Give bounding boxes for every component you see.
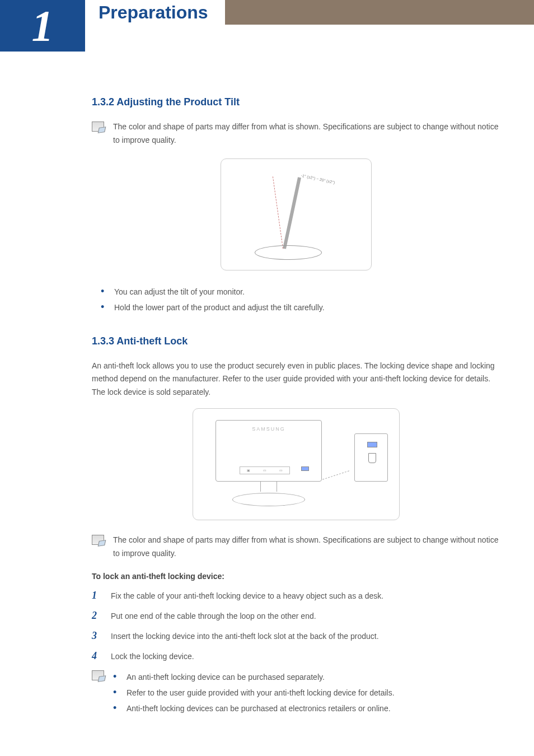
chapter-number-box: 1 xyxy=(0,0,85,52)
chapter-title: Preparations xyxy=(99,2,208,23)
lock-steps: 1Fix the cable of your anti-theft lockin… xyxy=(92,585,500,666)
note-block: The color and shape of parts may differ … xyxy=(92,120,500,147)
chapter-title-bar: Preparations xyxy=(85,0,534,25)
list-item: Refer to the user guide provided with yo… xyxy=(127,685,395,701)
list-item: An anti-theft locking device can be purc… xyxy=(127,669,395,685)
section-heading-lock: 1.3.3 Anti-theft Lock xyxy=(92,335,500,347)
list-item: 4Lock the locking device. xyxy=(92,646,500,666)
list-item: 1Fix the cable of your anti-theft lockin… xyxy=(92,585,500,605)
list-item: 2Put one end of the cable through the lo… xyxy=(92,605,500,626)
lock-tips: An anti-theft locking device can be purc… xyxy=(113,669,395,716)
tilt-angle-label: -1° (±2°) ~ 20° (±2°) xyxy=(301,173,335,184)
page-content: 1.3.2 Adjusting the Product Tilt The col… xyxy=(0,52,534,756)
tilt-bullets: You can adjust the tilt of your monitor.… xyxy=(92,284,500,315)
lock-subhead: To lock an anti-theft locking device: xyxy=(92,572,500,581)
note-icon xyxy=(92,670,104,680)
note-text: The color and shape of parts may differ … xyxy=(113,534,500,561)
list-item: Hold the lower part of the product and a… xyxy=(114,300,500,315)
list-item: 3Insert the locking device into the anti… xyxy=(92,626,500,646)
chapter-number: 1 xyxy=(32,4,54,48)
section-heading-tilt: 1.3.2 Adjusting the Product Tilt xyxy=(92,96,500,108)
figure-tilt: -1° (±2°) ~ 20° (±2°) xyxy=(221,158,372,270)
figure-lock: SAMSUNG ▣▭▭ xyxy=(193,408,400,520)
note-icon xyxy=(92,122,104,132)
brand-label: SAMSUNG xyxy=(216,426,321,432)
list-item: You can adjust the tilt of your monitor. xyxy=(114,284,500,300)
page-header: 1 Preparations xyxy=(0,0,534,52)
note-icon xyxy=(92,535,104,545)
note-block: An anti-theft locking device can be purc… xyxy=(92,669,500,716)
note-block: The color and shape of parts may differ … xyxy=(92,534,500,561)
note-text: The color and shape of parts may differ … xyxy=(113,120,500,147)
lock-intro: An anti-theft lock allows you to use the… xyxy=(92,360,500,399)
list-item: Anti-theft locking devices can be purcha… xyxy=(127,701,395,716)
